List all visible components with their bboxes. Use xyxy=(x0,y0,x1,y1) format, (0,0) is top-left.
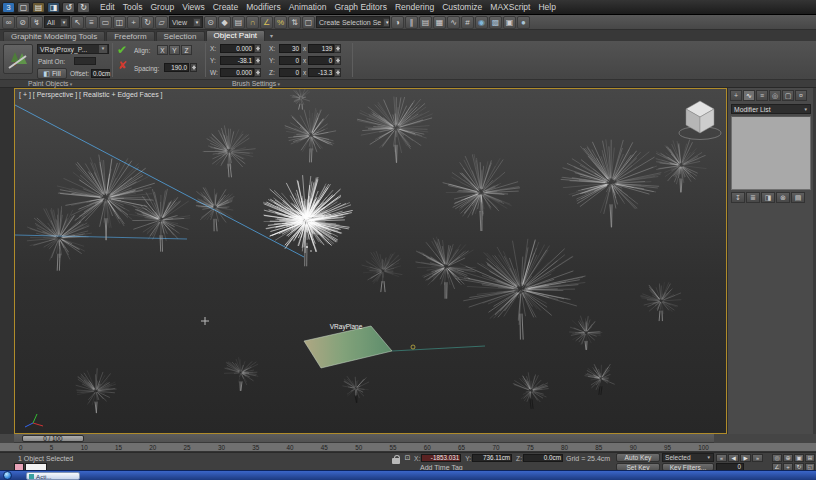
spinner[interactable] xyxy=(334,68,341,77)
selection-lock-icon[interactable] xyxy=(392,458,400,464)
brush-range-min-z[interactable]: 0 xyxy=(279,68,301,77)
pin-stack-button[interactable]: ↧ xyxy=(731,192,745,203)
window-crossing-icon[interactable]: ◫ xyxy=(113,16,126,29)
utilities-tab[interactable]: ¤ xyxy=(795,90,807,101)
menu-tools[interactable]: Tools xyxy=(119,0,147,15)
paint-objects-panel-label[interactable]: Paint Objects xyxy=(28,80,72,88)
selection-filter-dropdown[interactable]: All▼ xyxy=(44,16,70,28)
taskbar-app-button[interactable]: Acti... xyxy=(26,472,80,480)
fill-button[interactable]: ◧ Fill xyxy=(37,68,67,79)
brush-range-max-x[interactable]: 139 xyxy=(308,44,334,53)
brush-range-max-y[interactable]: 0 xyxy=(308,56,334,65)
paint-on-dropdown[interactable] xyxy=(74,57,96,65)
viewport-canvas[interactable]: VRayPlane xyxy=(15,89,726,433)
coord-field-y[interactable]: Y:736.11cm xyxy=(465,454,512,462)
menu-modifiers[interactable]: Modifiers xyxy=(242,0,284,15)
select-and-scale-icon[interactable]: ▱ xyxy=(155,16,168,29)
spacing-field[interactable]: 190.0 xyxy=(164,63,189,72)
menu-maxscript[interactable]: MAXScript xyxy=(486,0,534,15)
go-to-end-button[interactable]: » xyxy=(752,454,763,462)
coord-value[interactable]: 736.11cm xyxy=(472,454,512,462)
viewport-label[interactable]: [ + ] [ Perspective ] [ Realistic + Edge… xyxy=(19,91,163,98)
time-slider-track[interactable]: 0 / 100 xyxy=(14,434,714,443)
ribbon-tab-freeform[interactable]: Freeform xyxy=(106,31,154,41)
graphite-ribbon-toggle-icon[interactable]: ▦ xyxy=(433,16,446,29)
zoom-all-icon[interactable]: ⊕ xyxy=(783,454,793,462)
tree-object[interactable] xyxy=(656,139,707,192)
reference-coordinate-system-dropdown[interactable]: View▼ xyxy=(169,16,203,28)
menu-edit[interactable]: Edit xyxy=(96,0,119,15)
tree-object[interactable] xyxy=(561,139,662,227)
angle-snap-icon[interactable]: ∠ xyxy=(260,16,273,29)
show-end-result-button[interactable]: ≣ xyxy=(746,192,760,203)
edit-named-selection-sets-icon[interactable]: ▢ xyxy=(302,16,315,29)
select-and-manipulate-icon[interactable]: ◆ xyxy=(218,16,231,29)
ribbon-tab-object-paint[interactable]: Object Paint xyxy=(206,30,266,41)
app-logo-icon[interactable]: 3 xyxy=(2,2,15,13)
percent-snap-icon[interactable]: % xyxy=(274,16,287,29)
display-tab[interactable]: ▢ xyxy=(782,90,794,101)
menu-help[interactable]: Help xyxy=(534,0,559,15)
brush-offset-field-w[interactable]: 0.000 xyxy=(220,68,254,77)
time-slider[interactable]: 0 / 100 xyxy=(0,434,816,443)
new-scene-icon[interactable]: ▢ xyxy=(17,2,30,13)
undo-icon[interactable]: ↺ xyxy=(62,2,75,13)
menu-group[interactable]: Group xyxy=(147,0,179,15)
tree-object[interactable] xyxy=(342,376,369,403)
rectangular-selection-region-icon[interactable]: ▭ xyxy=(99,16,112,29)
remove-modifier-button[interactable]: ⊗ xyxy=(776,192,790,203)
modifier-list-dropdown[interactable]: Modifier List ▼ xyxy=(731,104,811,114)
bind-to-space-warp-icon[interactable]: ↯ xyxy=(30,16,43,29)
mirror-icon[interactable]: ◑ xyxy=(391,16,404,29)
viewport[interactable]: [ + ] [ Perspective ] [ Realistic + Edge… xyxy=(14,88,727,434)
coord-value[interactable]: -1853.031 xyxy=(421,454,461,462)
brush-range-min-x[interactable]: 30 xyxy=(279,44,301,53)
tree-object[interactable] xyxy=(357,97,433,163)
zoom-extents-icon[interactable]: ▣ xyxy=(794,454,804,462)
open-file-icon[interactable]: ▤ xyxy=(32,2,45,13)
align-z-button[interactable]: Z xyxy=(181,45,192,55)
tree-object[interactable] xyxy=(585,364,615,395)
tree-object[interactable] xyxy=(27,206,92,271)
zoom-icon[interactable]: ◎ xyxy=(772,454,782,462)
create-tab[interactable]: + xyxy=(730,90,742,101)
tree-object[interactable] xyxy=(362,251,403,292)
motion-tab[interactable]: ◎ xyxy=(769,90,781,101)
named-selection-sets-dropdown[interactable]: Create Selection Se▼ xyxy=(316,16,390,28)
menu-customize[interactable]: Customize xyxy=(438,0,486,15)
tree-object[interactable] xyxy=(203,125,256,177)
snaps-toggle-icon[interactable]: ∩ xyxy=(246,16,259,29)
rendered-frame-window-icon[interactable]: ▣ xyxy=(503,16,516,29)
menu-rendering[interactable]: Rendering xyxy=(391,0,438,15)
align-x-button[interactable]: X xyxy=(157,45,168,55)
menu-create[interactable]: Create xyxy=(209,0,243,15)
tree-object[interactable] xyxy=(569,316,602,350)
redo-icon[interactable]: ↻ xyxy=(77,2,90,13)
view-cube[interactable] xyxy=(679,101,721,140)
curve-editor-icon[interactable]: ∿ xyxy=(447,16,460,29)
material-editor-icon[interactable]: ◉ xyxy=(475,16,488,29)
make-unique-button[interactable]: ◨ xyxy=(761,192,775,203)
previous-frame-button[interactable]: ◀ xyxy=(728,454,739,462)
coord-value[interactable]: 0.0cm xyxy=(523,454,563,462)
align-icon[interactable]: ∥ xyxy=(405,16,418,29)
tree-object[interactable] xyxy=(455,239,585,340)
tree-object[interactable] xyxy=(513,372,549,409)
brush-offset-field-y[interactable]: -38.1 xyxy=(220,56,254,65)
tree-object[interactable] xyxy=(285,108,337,162)
hierarchy-tab[interactable]: ≡ xyxy=(756,90,768,101)
tree-object[interactable] xyxy=(129,189,191,252)
tree-object[interactable] xyxy=(640,282,681,321)
menu-graph-editors[interactable]: Graph Editors xyxy=(330,0,390,15)
brush-range-max-z[interactable]: -13.3 xyxy=(308,68,334,77)
spinner[interactable] xyxy=(334,44,341,53)
zoom-extents-all-icon[interactable]: ⊞ xyxy=(805,454,815,462)
spacing-spinner[interactable] xyxy=(190,63,197,72)
select-by-name-icon[interactable]: ≡ xyxy=(85,16,98,29)
render-setup-icon[interactable]: ▩ xyxy=(489,16,502,29)
modify-tab[interactable]: ∿ xyxy=(743,90,755,101)
menu-animation[interactable]: Animation xyxy=(285,0,331,15)
spinner[interactable] xyxy=(334,56,341,65)
use-pivot-point-icon[interactable]: ⊙ xyxy=(204,16,217,29)
auto-key-button[interactable]: Auto Key xyxy=(616,453,660,462)
